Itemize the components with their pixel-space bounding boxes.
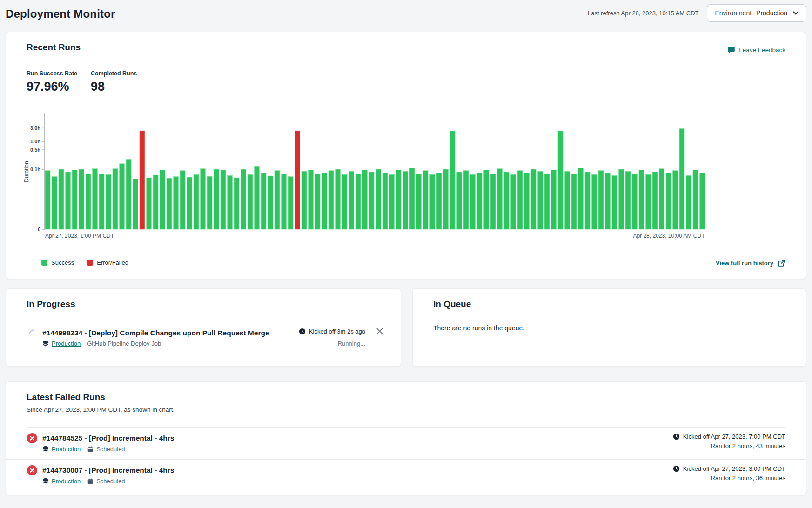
run-bar[interactable] xyxy=(409,168,415,230)
run-bar[interactable] xyxy=(45,171,50,229)
run-bar[interactable] xyxy=(140,131,145,229)
run-bar[interactable] xyxy=(315,174,320,229)
run-bar[interactable] xyxy=(490,174,496,229)
run-bar[interactable] xyxy=(214,169,219,229)
leave-feedback-link[interactable]: Leave Feedback xyxy=(727,46,785,54)
run-bar[interactable] xyxy=(369,172,374,229)
run-bar[interactable] xyxy=(544,174,550,229)
run-bar[interactable] xyxy=(187,177,192,229)
run-bar[interactable] xyxy=(477,173,482,230)
run-bar[interactable] xyxy=(632,174,638,229)
run-bar[interactable] xyxy=(612,175,617,229)
view-full-run-history-link[interactable]: View full run history xyxy=(716,259,785,267)
environment-link[interactable]: Production xyxy=(42,446,81,453)
run-bar[interactable] xyxy=(497,169,503,229)
run-bar[interactable] xyxy=(329,171,334,229)
run-bar[interactable] xyxy=(248,174,253,229)
run-bar[interactable] xyxy=(463,171,469,229)
run-bar[interactable] xyxy=(302,171,307,229)
run-bar[interactable] xyxy=(376,169,381,229)
run-bar[interactable] xyxy=(383,173,388,230)
run-bar[interactable] xyxy=(585,172,590,229)
run-bar[interactable] xyxy=(72,170,77,229)
run-bar[interactable] xyxy=(416,174,422,229)
run-bar[interactable] xyxy=(336,169,341,229)
run-bar[interactable] xyxy=(403,171,408,229)
run-bar[interactable] xyxy=(504,172,509,229)
run-bar[interactable] xyxy=(511,174,516,229)
run-bar[interactable] xyxy=(201,169,206,229)
run-bar[interactable] xyxy=(282,174,287,229)
run-bar[interactable] xyxy=(86,174,91,229)
run-bar[interactable] xyxy=(578,168,584,230)
run-bar[interactable] xyxy=(592,174,597,229)
run-bar[interactable] xyxy=(147,178,152,229)
run-bar[interactable] xyxy=(457,172,462,229)
run-bar[interactable] xyxy=(598,171,604,229)
run-bar[interactable] xyxy=(207,176,212,229)
run-bar[interactable] xyxy=(517,171,523,229)
run-bar[interactable] xyxy=(423,171,428,229)
run-bar[interactable] xyxy=(133,179,138,229)
run-bar[interactable] xyxy=(679,128,684,229)
run-bar[interactable] xyxy=(538,171,543,229)
run-bar[interactable] xyxy=(194,174,199,229)
run-bar[interactable] xyxy=(551,170,557,229)
run-bar[interactable] xyxy=(430,174,435,229)
run-bar[interactable] xyxy=(389,174,395,229)
run-bar[interactable] xyxy=(686,175,691,229)
run-bar[interactable] xyxy=(666,173,671,230)
run-bar[interactable] xyxy=(470,174,476,229)
run-bar[interactable] xyxy=(126,159,131,229)
run-bar[interactable] xyxy=(700,173,705,230)
run-bar[interactable] xyxy=(443,169,449,229)
run-bar[interactable] xyxy=(241,169,246,229)
run-bar[interactable] xyxy=(450,131,455,229)
run-bar[interactable] xyxy=(106,174,111,229)
run-bar[interactable] xyxy=(646,174,651,229)
run-bar[interactable] xyxy=(652,172,658,229)
run-bar[interactable] xyxy=(322,173,327,230)
run-bar[interactable] xyxy=(558,131,563,229)
run-bar[interactable] xyxy=(99,174,104,229)
run-bar[interactable] xyxy=(261,173,266,230)
run-bar[interactable] xyxy=(255,166,260,229)
run-bar[interactable] xyxy=(93,169,98,229)
run-bar[interactable] xyxy=(52,177,57,229)
run-bar[interactable] xyxy=(484,170,489,229)
run-bar[interactable] xyxy=(396,170,401,229)
run-bar[interactable] xyxy=(288,177,293,229)
run-bar[interactable] xyxy=(693,170,698,229)
run-bar[interactable] xyxy=(571,174,577,229)
run-bar[interactable] xyxy=(228,175,233,229)
run-bar[interactable] xyxy=(362,170,368,229)
run-bar[interactable] xyxy=(565,171,570,229)
run-bar[interactable] xyxy=(167,178,172,229)
run-bar[interactable] xyxy=(659,169,664,229)
run-bar[interactable] xyxy=(275,171,280,229)
environment-link[interactable]: Production xyxy=(42,340,81,347)
run-bar[interactable] xyxy=(234,178,239,229)
run-bar[interactable] xyxy=(531,169,536,229)
run-bar[interactable] xyxy=(221,170,226,229)
run-bar[interactable] xyxy=(619,169,624,229)
run-bar[interactable] xyxy=(268,176,273,229)
close-icon[interactable] xyxy=(376,327,385,336)
run-bar[interactable] xyxy=(342,174,347,229)
run-bar[interactable] xyxy=(309,170,314,229)
run-bar[interactable] xyxy=(79,169,84,229)
environment-link[interactable]: Production xyxy=(42,478,81,485)
run-bar[interactable] xyxy=(59,169,64,229)
environment-select[interactable]: Environment Production xyxy=(707,4,806,22)
run-bar[interactable] xyxy=(120,164,125,229)
run-bar[interactable] xyxy=(524,173,530,230)
run-bar[interactable] xyxy=(153,175,158,230)
run-bar[interactable] xyxy=(66,172,71,229)
run-bar[interactable] xyxy=(356,174,361,229)
run-bar[interactable] xyxy=(180,171,185,229)
run-bar[interactable] xyxy=(295,131,300,229)
run-bar[interactable] xyxy=(436,173,442,230)
run-bar[interactable] xyxy=(349,171,354,229)
run-bar[interactable] xyxy=(639,170,644,229)
run-bar[interactable] xyxy=(605,173,611,230)
